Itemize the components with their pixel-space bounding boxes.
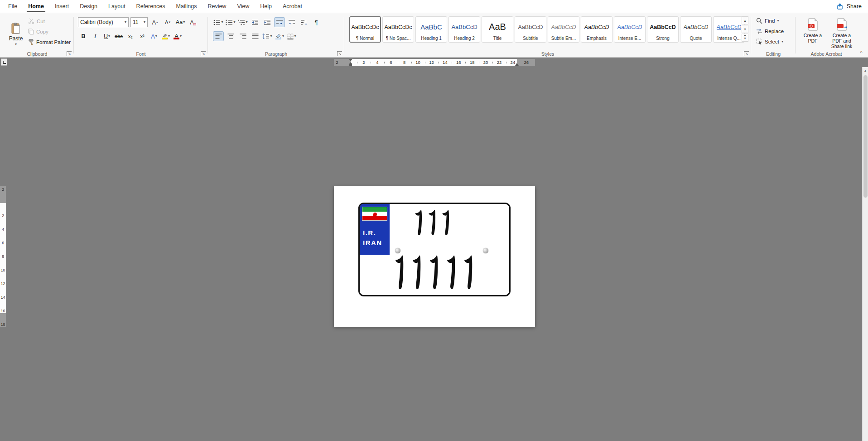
styles-more-button[interactable]: ▾ <box>742 34 748 42</box>
tab-view[interactable]: View <box>231 0 255 13</box>
sort-button[interactable] <box>299 17 309 27</box>
numbering-button[interactable]: ▾ <box>225 17 236 27</box>
text-effects-button[interactable]: A ▾ <box>149 31 159 41</box>
font-size-value: 11 <box>133 19 138 25</box>
editing-group: Find▾ReplaceSelect▾ Editing <box>752 13 794 58</box>
select-button[interactable]: Select▾ <box>756 38 784 46</box>
shrink-font-button[interactable]: A ▾ <box>162 17 173 27</box>
paragraph-dialog-launcher[interactable]: ↘ <box>337 51 342 56</box>
replace-button[interactable]: Replace <box>756 27 784 35</box>
license-plate-image[interactable]: I.R. IRAN <box>358 203 511 296</box>
style-item-normal[interactable]: AaBbCcDc¶ Normal <box>349 16 381 43</box>
document-page[interactable]: I.R. IRAN <box>334 186 535 327</box>
rtl-text-direction-button[interactable] <box>286 17 297 27</box>
font-size-select[interactable]: 11 ▾ <box>130 17 148 27</box>
clipboard-dialog-launcher[interactable]: ↘ <box>67 51 72 56</box>
tab-stop-selector[interactable] <box>1 58 7 66</box>
paste-button[interactable]: Paste ▾ <box>5 16 26 53</box>
find-chevron-icon: ▾ <box>777 19 779 23</box>
right-indent-marker[interactable] <box>515 63 519 66</box>
style-item-strong[interactable]: AaBbCcDStrong <box>647 16 679 43</box>
style-item-nospace[interactable]: AaBbCcDc¶ No Spac... <box>382 16 414 43</box>
style-item-subtitle[interactable]: AaBbCcDSubtitle <box>515 16 546 43</box>
ruler-number: 8 <box>403 60 405 65</box>
ruler-number: 8 <box>0 254 6 259</box>
create-pdf-share-label: Create a PDF and Share link <box>829 33 855 49</box>
tab-mailings[interactable]: Mailings <box>171 0 203 13</box>
create-pdf-share-button[interactable]: Create a PDF and Share link <box>829 15 855 53</box>
format-painter-label: Format Painter <box>36 39 71 45</box>
tab-stop-icon <box>3 61 6 64</box>
decrease-indent-button[interactable] <box>250 17 260 27</box>
tab-design[interactable]: Design <box>74 0 103 13</box>
find-button[interactable]: Find▾ <box>756 17 784 25</box>
style-item-intenseem[interactable]: AaBbCcDIntense E... <box>614 16 646 43</box>
numbering-chevron-icon: ▾ <box>233 20 235 24</box>
align-right-button[interactable] <box>237 31 248 41</box>
shading-button[interactable]: ▾ <box>274 31 285 41</box>
ltr-text-direction-button[interactable] <box>274 17 285 27</box>
left-indent-marker[interactable] <box>349 64 352 66</box>
superscript-button[interactable]: x² <box>137 31 148 41</box>
group-separator <box>73 17 74 53</box>
share-button[interactable]: Share <box>837 3 862 10</box>
ribbon-collapse-button[interactable]: ^ <box>857 49 865 56</box>
tab-help[interactable]: Help <box>255 0 277 13</box>
clear-formatting-button[interactable]: A <box>188 17 198 27</box>
document-canvas[interactable]: 224681012141618 I.R. IRAN ▴ <box>0 67 868 441</box>
tab-file[interactable]: File <box>3 0 23 13</box>
copy-button[interactable]: Copy <box>28 27 71 36</box>
align-center-button[interactable] <box>225 31 236 41</box>
text-highlight-button[interactable]: ▾ <box>160 31 171 41</box>
ruler-number: 18 <box>0 322 6 327</box>
styles-dialog-launcher[interactable]: ↘ <box>744 51 749 56</box>
scroll-up-button[interactable]: ▴ <box>863 67 868 73</box>
style-item-h1[interactable]: AaBbCHeading 1 <box>415 16 447 43</box>
grow-font-button[interactable]: A ▴ <box>149 17 160 27</box>
font-family-select[interactable]: Calibri (Body) ▾ <box>78 17 129 27</box>
tab-review[interactable]: Review <box>202 0 231 13</box>
format-painter-button[interactable]: Format Painter <box>28 38 71 46</box>
vertical-ruler[interactable]: 224681012141618 <box>0 186 6 327</box>
cut-button[interactable]: Cut <box>28 17 71 25</box>
vertical-scrollbar[interactable]: ▴ <box>862 67 868 441</box>
italic-button[interactable]: I <box>90 31 101 41</box>
style-preview: AaBbC <box>420 18 442 36</box>
show-formatting-marks-button[interactable]: ¶ <box>311 17 322 27</box>
change-case-button[interactable]: Aa ▾ <box>175 17 186 27</box>
tab-references[interactable]: References <box>131 0 171 13</box>
horizontal-ruler[interactable]: 22468101214161820222426 <box>334 59 535 66</box>
first-line-indent-marker[interactable] <box>349 59 352 61</box>
strikethrough-button[interactable]: abc <box>113 31 124 41</box>
underline-chevron-icon: ▾ <box>108 34 110 38</box>
styles-gallery-scroll: ▴ ▾ ▾ <box>742 16 748 42</box>
multilevel-list-button[interactable]: ▾ <box>237 17 248 27</box>
align-left-button[interactable] <box>213 31 224 41</box>
style-item-subtleem[interactable]: AaBbCcDSubtle Em... <box>548 16 579 43</box>
justify-button[interactable] <box>250 31 260 41</box>
scrollbar-thumb[interactable] <box>863 75 868 198</box>
tab-home[interactable]: Home <box>23 0 49 13</box>
tab-acrobat[interactable]: Acrobat <box>277 0 308 13</box>
styles-scroll-up-button[interactable]: ▴ <box>742 16 748 24</box>
borders-button[interactable]: ▾ <box>286 31 297 41</box>
style-preview: AaBbCcD <box>584 18 609 36</box>
style-item-intenseq[interactable]: AaBbCcDIntense Q... <box>713 16 745 43</box>
font-color-button[interactable]: A ▾ <box>172 31 183 41</box>
style-item-h2[interactable]: AaBbCcDHeading 2 <box>448 16 480 43</box>
style-item-quote[interactable]: AaBbCcDQuote <box>680 16 712 43</box>
line-spacing-button[interactable]: ▾ <box>262 31 273 41</box>
style-item-title[interactable]: AaBTitle <box>482 16 513 43</box>
underline-button[interactable]: U ▾ <box>101 31 112 41</box>
bullets-button[interactable]: ▾ <box>213 17 224 27</box>
tab-layout[interactable]: Layout <box>103 0 131 13</box>
paragraph-group-label: Paragraph <box>209 51 343 57</box>
increase-indent-button[interactable] <box>262 17 273 27</box>
styles-scroll-down-button[interactable]: ▾ <box>742 25 748 33</box>
style-item-emphasis[interactable]: AaBbCcDEmphasis <box>581 16 612 43</box>
bold-button[interactable]: B <box>78 31 89 41</box>
tab-insert[interactable]: Insert <box>49 0 74 13</box>
subscript-button[interactable]: x₂ <box>125 31 136 41</box>
font-dialog-launcher[interactable]: ↘ <box>201 51 206 56</box>
create-pdf-button[interactable]: Create a PDF <box>800 15 826 53</box>
